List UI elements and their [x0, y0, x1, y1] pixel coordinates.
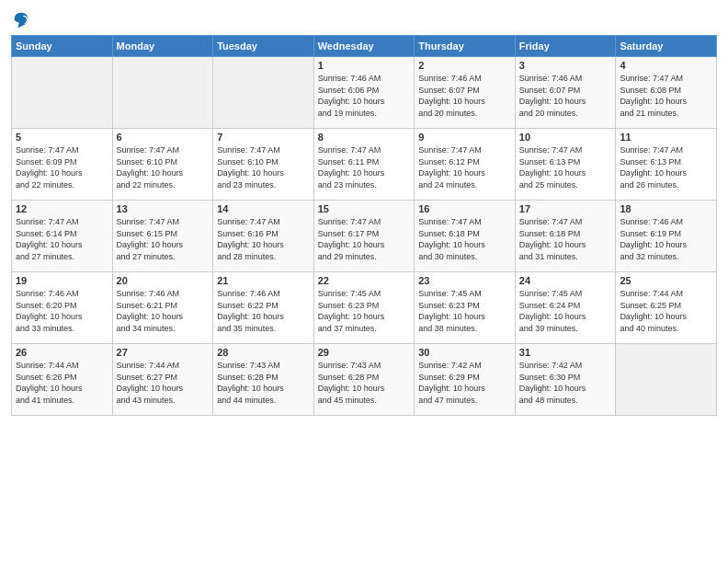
day-number: 2	[418, 60, 511, 71]
day-number: 14	[217, 203, 310, 214]
day-info: Sunrise: 7:46 AM Sunset: 6:07 PM Dayligh…	[519, 73, 612, 119]
day-info: Sunrise: 7:45 AM Sunset: 6:24 PM Dayligh…	[519, 288, 612, 334]
day-number: 30	[418, 347, 511, 358]
day-info: Sunrise: 7:46 AM Sunset: 6:21 PM Dayligh…	[117, 288, 210, 334]
week-row-3: 12Sunrise: 7:47 AM Sunset: 6:14 PM Dayli…	[12, 201, 717, 272]
logo-icon	[11, 9, 31, 29]
day-info: Sunrise: 7:47 AM Sunset: 6:10 PM Dayligh…	[117, 144, 210, 190]
calendar-cell: 29Sunrise: 7:43 AM Sunset: 6:28 PM Dayli…	[313, 344, 415, 416]
calendar-cell: 27Sunrise: 7:44 AM Sunset: 6:27 PM Dayli…	[112, 344, 213, 416]
day-number: 20	[117, 275, 210, 286]
day-info: Sunrise: 7:47 AM Sunset: 6:18 PM Dayligh…	[418, 216, 511, 262]
day-number: 7	[217, 132, 310, 143]
day-number: 24	[519, 275, 612, 286]
day-info: Sunrise: 7:43 AM Sunset: 6:28 PM Dayligh…	[217, 360, 310, 406]
weekday-header-wednesday: Wednesday	[313, 36, 415, 57]
day-info: Sunrise: 7:47 AM Sunset: 6:08 PM Dayligh…	[620, 73, 712, 119]
day-number: 15	[318, 203, 411, 214]
calendar-cell: 16Sunrise: 7:47 AM Sunset: 6:18 PM Dayli…	[415, 201, 516, 272]
weekday-header-thursday: Thursday	[415, 36, 516, 57]
calendar-cell: 18Sunrise: 7:46 AM Sunset: 6:19 PM Dayli…	[616, 201, 717, 272]
calendar-cell	[213, 57, 314, 129]
calendar-cell: 5Sunrise: 7:47 AM Sunset: 6:09 PM Daylig…	[12, 129, 113, 201]
day-info: Sunrise: 7:47 AM Sunset: 6:13 PM Dayligh…	[519, 144, 612, 190]
calendar-cell	[616, 344, 717, 416]
week-row-4: 19Sunrise: 7:46 AM Sunset: 6:20 PM Dayli…	[12, 272, 717, 344]
calendar-cell: 28Sunrise: 7:43 AM Sunset: 6:28 PM Dayli…	[213, 344, 314, 416]
calendar-cell: 9Sunrise: 7:47 AM Sunset: 6:12 PM Daylig…	[415, 129, 516, 201]
calendar-cell: 15Sunrise: 7:47 AM Sunset: 6:17 PM Dayli…	[313, 201, 415, 272]
day-number: 26	[16, 347, 108, 358]
calendar-cell: 13Sunrise: 7:47 AM Sunset: 6:15 PM Dayli…	[112, 201, 213, 272]
day-info: Sunrise: 7:47 AM Sunset: 6:12 PM Dayligh…	[418, 144, 511, 190]
weekday-header-monday: Monday	[112, 36, 213, 57]
week-row-2: 5Sunrise: 7:47 AM Sunset: 6:09 PM Daylig…	[12, 129, 717, 201]
day-number: 4	[620, 60, 712, 71]
day-info: Sunrise: 7:47 AM Sunset: 6:16 PM Dayligh…	[217, 216, 310, 262]
calendar-cell: 11Sunrise: 7:47 AM Sunset: 6:13 PM Dayli…	[616, 129, 717, 201]
day-info: Sunrise: 7:46 AM Sunset: 6:07 PM Dayligh…	[418, 73, 511, 119]
day-info: Sunrise: 7:47 AM Sunset: 6:15 PM Dayligh…	[117, 216, 210, 262]
calendar-cell: 4Sunrise: 7:47 AM Sunset: 6:08 PM Daylig…	[616, 57, 717, 129]
calendar-cell: 30Sunrise: 7:42 AM Sunset: 6:29 PM Dayli…	[415, 344, 516, 416]
calendar-cell: 17Sunrise: 7:47 AM Sunset: 6:18 PM Dayli…	[515, 201, 616, 272]
weekday-header-tuesday: Tuesday	[213, 36, 314, 57]
day-info: Sunrise: 7:47 AM Sunset: 6:10 PM Dayligh…	[217, 144, 310, 190]
day-number: 28	[217, 347, 310, 358]
day-info: Sunrise: 7:44 AM Sunset: 6:25 PM Dayligh…	[620, 288, 712, 334]
day-info: Sunrise: 7:47 AM Sunset: 6:09 PM Dayligh…	[16, 144, 108, 190]
day-info: Sunrise: 7:47 AM Sunset: 6:13 PM Dayligh…	[620, 144, 712, 190]
calendar-cell: 25Sunrise: 7:44 AM Sunset: 6:25 PM Dayli…	[616, 272, 717, 344]
calendar-cell: 10Sunrise: 7:47 AM Sunset: 6:13 PM Dayli…	[515, 129, 616, 201]
day-number: 18	[620, 203, 712, 214]
calendar-cell: 21Sunrise: 7:46 AM Sunset: 6:22 PM Dayli…	[213, 272, 314, 344]
day-number: 9	[418, 132, 511, 143]
day-number: 21	[217, 275, 310, 286]
day-number: 16	[418, 203, 511, 214]
calendar-cell: 2Sunrise: 7:46 AM Sunset: 6:07 PM Daylig…	[415, 57, 516, 129]
day-number: 31	[519, 347, 612, 358]
day-number: 11	[620, 132, 712, 143]
calendar-header: SundayMondayTuesdayWednesdayThursdayFrid…	[12, 36, 717, 57]
calendar-cell: 19Sunrise: 7:46 AM Sunset: 6:20 PM Dayli…	[12, 272, 113, 344]
day-number: 22	[318, 275, 411, 286]
day-number: 5	[16, 132, 108, 143]
day-info: Sunrise: 7:46 AM Sunset: 6:19 PM Dayligh…	[620, 216, 712, 262]
calendar-cell: 12Sunrise: 7:47 AM Sunset: 6:14 PM Dayli…	[12, 201, 113, 272]
calendar-cell: 31Sunrise: 7:42 AM Sunset: 6:30 PM Dayli…	[515, 344, 616, 416]
calendar-cell: 26Sunrise: 7:44 AM Sunset: 6:26 PM Dayli…	[12, 344, 113, 416]
calendar-cell: 8Sunrise: 7:47 AM Sunset: 6:11 PM Daylig…	[313, 129, 415, 201]
day-info: Sunrise: 7:47 AM Sunset: 6:18 PM Dayligh…	[519, 216, 612, 262]
day-info: Sunrise: 7:45 AM Sunset: 6:23 PM Dayligh…	[418, 288, 511, 334]
day-info: Sunrise: 7:43 AM Sunset: 6:28 PM Dayligh…	[318, 360, 411, 406]
calendar-table: SundayMondayTuesdayWednesdayThursdayFrid…	[11, 35, 717, 416]
day-number: 10	[519, 132, 612, 143]
day-number: 6	[117, 132, 210, 143]
day-number: 19	[16, 275, 108, 286]
day-number: 8	[318, 132, 411, 143]
weekday-header-saturday: Saturday	[616, 36, 717, 57]
day-number: 27	[117, 347, 210, 358]
calendar-cell	[12, 57, 113, 129]
day-number: 29	[318, 347, 411, 358]
day-number: 17	[519, 203, 612, 214]
weekday-header-sunday: Sunday	[12, 36, 113, 57]
day-info: Sunrise: 7:46 AM Sunset: 6:20 PM Dayligh…	[16, 288, 108, 334]
weekday-header-row: SundayMondayTuesdayWednesdayThursdayFrid…	[12, 36, 717, 57]
day-info: Sunrise: 7:47 AM Sunset: 6:14 PM Dayligh…	[16, 216, 108, 262]
day-number: 1	[318, 60, 411, 71]
calendar-cell: 3Sunrise: 7:46 AM Sunset: 6:07 PM Daylig…	[515, 57, 616, 129]
day-number: 13	[117, 203, 210, 214]
day-number: 25	[620, 275, 712, 286]
calendar-body: 1Sunrise: 7:46 AM Sunset: 6:06 PM Daylig…	[12, 57, 717, 416]
day-info: Sunrise: 7:47 AM Sunset: 6:17 PM Dayligh…	[318, 216, 411, 262]
calendar-cell: 24Sunrise: 7:45 AM Sunset: 6:24 PM Dayli…	[515, 272, 616, 344]
calendar-cell: 23Sunrise: 7:45 AM Sunset: 6:23 PM Dayli…	[415, 272, 516, 344]
calendar-container: SundayMondayTuesdayWednesdayThursdayFrid…	[0, 0, 728, 425]
calendar-cell	[112, 57, 213, 129]
week-row-5: 26Sunrise: 7:44 AM Sunset: 6:26 PM Dayli…	[12, 344, 717, 416]
day-number: 3	[519, 60, 612, 71]
day-info: Sunrise: 7:45 AM Sunset: 6:23 PM Dayligh…	[318, 288, 411, 334]
calendar-cell: 6Sunrise: 7:47 AM Sunset: 6:10 PM Daylig…	[112, 129, 213, 201]
header-row	[11, 9, 717, 29]
